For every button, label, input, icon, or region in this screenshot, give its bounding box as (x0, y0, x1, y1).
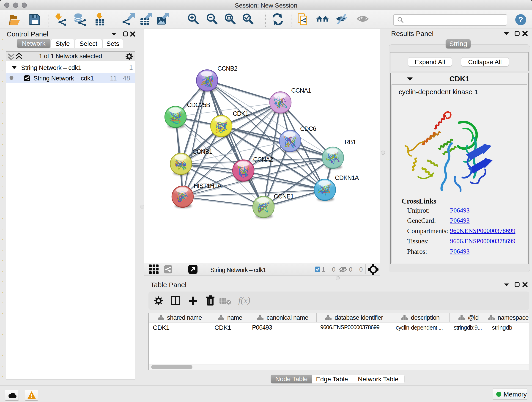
svg-text:?: ? (519, 15, 523, 24)
svg-text:CDKN1A: CDKN1A (335, 174, 359, 181)
svg-text:CDC25B: CDC25B (187, 102, 210, 108)
svg-text:CCNA2: CCNA2 (253, 156, 273, 163)
svg-text:CDK1: CDK1 (233, 110, 248, 117)
svg-text:CCNE1: CCNE1 (274, 193, 294, 200)
svg-text:CDC6: CDC6 (300, 125, 316, 132)
svg-text:CCNA1: CCNA1 (291, 87, 311, 94)
svg-text:CCNB1: CCNB1 (192, 148, 212, 155)
svg-text:HIST1H1A: HIST1H1A (194, 182, 222, 189)
svg-text:CCNB2: CCNB2 (217, 65, 237, 72)
svg-text:RB1: RB1 (345, 139, 356, 146)
